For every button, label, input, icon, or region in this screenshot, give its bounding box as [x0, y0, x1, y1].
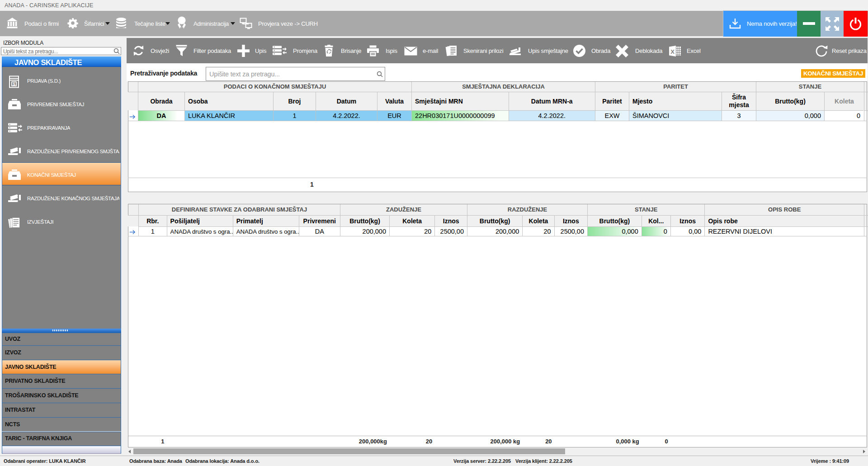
svg-text:X: X [670, 48, 675, 55]
svg-text:$: $ [13, 82, 15, 86]
